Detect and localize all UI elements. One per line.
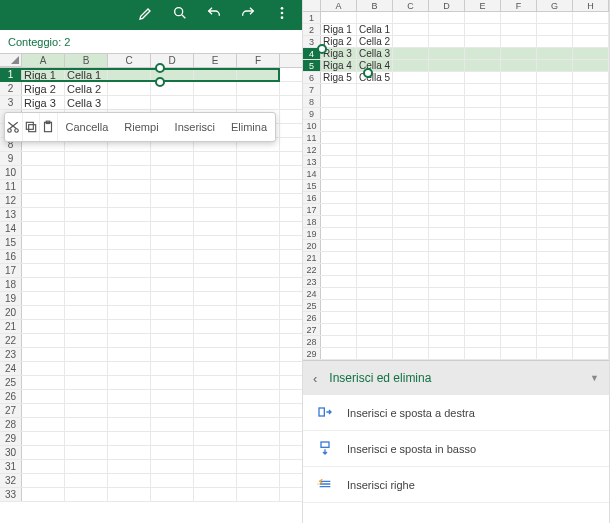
cell[interactable]: Riga 4 xyxy=(321,60,357,71)
row-20[interactable]: 20 xyxy=(303,240,609,252)
row-29[interactable]: 29 xyxy=(0,432,302,446)
cell[interactable] xyxy=(108,222,151,235)
cell[interactable] xyxy=(357,192,393,203)
cell[interactable] xyxy=(194,264,237,277)
cell[interactable] xyxy=(22,264,65,277)
row-header-4[interactable]: 4 xyxy=(303,48,321,59)
cell[interactable] xyxy=(22,362,65,375)
cell[interactable] xyxy=(537,348,573,359)
row-30[interactable]: 30 xyxy=(0,446,302,460)
row-header-28[interactable]: 28 xyxy=(0,418,22,431)
row-11[interactable]: 11 xyxy=(0,180,302,194)
cell[interactable] xyxy=(151,236,194,249)
row-header-26[interactable]: 26 xyxy=(0,390,22,403)
cell[interactable] xyxy=(237,306,280,319)
cell[interactable] xyxy=(537,312,573,323)
row-4[interactable]: 4Riga 3Cella 3 xyxy=(303,48,609,60)
cell[interactable] xyxy=(194,404,237,417)
row-12[interactable]: 12 xyxy=(0,194,302,208)
cell[interactable] xyxy=(237,236,280,249)
cell[interactable] xyxy=(357,132,393,143)
cell[interactable] xyxy=(537,84,573,95)
row-header-5[interactable]: 5 xyxy=(303,60,321,71)
cell[interactable] xyxy=(573,108,609,119)
cell[interactable] xyxy=(429,216,465,227)
cell[interactable] xyxy=(465,108,501,119)
row-14[interactable]: 14 xyxy=(303,168,609,180)
cell[interactable] xyxy=(151,208,194,221)
cell[interactable] xyxy=(429,24,465,35)
cell[interactable] xyxy=(22,488,65,501)
cell[interactable] xyxy=(501,300,537,311)
cell[interactable] xyxy=(22,292,65,305)
cell[interactable] xyxy=(108,404,151,417)
cell[interactable] xyxy=(429,228,465,239)
cell[interactable] xyxy=(237,404,280,417)
cell[interactable] xyxy=(357,108,393,119)
cut-icon[interactable] xyxy=(5,113,23,141)
cell[interactable] xyxy=(65,292,108,305)
row-32[interactable]: 32 xyxy=(0,474,302,488)
cell[interactable] xyxy=(393,60,429,71)
cell[interactable] xyxy=(151,348,194,361)
cell[interactable] xyxy=(357,180,393,191)
cell[interactable] xyxy=(321,132,357,143)
cell[interactable] xyxy=(429,60,465,71)
cell[interactable] xyxy=(237,68,280,81)
col-header-F[interactable]: F xyxy=(501,0,537,11)
cell[interactable] xyxy=(321,228,357,239)
cell[interactable] xyxy=(151,292,194,305)
col-header-B[interactable]: B xyxy=(65,54,108,67)
cell[interactable] xyxy=(194,180,237,193)
row-header-22[interactable]: 22 xyxy=(303,264,321,275)
row-27[interactable]: 27 xyxy=(0,404,302,418)
cell[interactable] xyxy=(501,60,537,71)
cell[interactable] xyxy=(108,488,151,501)
row-header-24[interactable]: 24 xyxy=(303,288,321,299)
col-header-A[interactable]: A xyxy=(321,0,357,11)
row-12[interactable]: 12 xyxy=(303,144,609,156)
cell[interactable] xyxy=(501,144,537,155)
row-22[interactable]: 22 xyxy=(0,334,302,348)
cell[interactable] xyxy=(357,168,393,179)
cell[interactable] xyxy=(573,240,609,251)
cell[interactable] xyxy=(194,432,237,445)
cell[interactable] xyxy=(237,390,280,403)
cell[interactable] xyxy=(393,348,429,359)
cell[interactable] xyxy=(357,156,393,167)
cell[interactable] xyxy=(501,108,537,119)
cell[interactable] xyxy=(429,264,465,275)
cell[interactable] xyxy=(65,152,108,165)
row-7[interactable]: 7 xyxy=(303,84,609,96)
col-header-C[interactable]: C xyxy=(393,0,429,11)
row-header-16[interactable]: 16 xyxy=(0,250,22,263)
cell[interactable] xyxy=(537,228,573,239)
cell[interactable] xyxy=(429,180,465,191)
cell[interactable] xyxy=(194,68,237,81)
cell[interactable] xyxy=(573,228,609,239)
cell[interactable] xyxy=(151,82,194,95)
cell[interactable] xyxy=(357,84,393,95)
cell[interactable] xyxy=(465,312,501,323)
row-header-19[interactable]: 19 xyxy=(303,228,321,239)
cell[interactable] xyxy=(321,288,357,299)
cell[interactable] xyxy=(65,264,108,277)
cell[interactable] xyxy=(573,288,609,299)
cell[interactable] xyxy=(151,362,194,375)
cell[interactable] xyxy=(393,252,429,263)
cell[interactable] xyxy=(393,276,429,287)
row-16[interactable]: 16 xyxy=(0,250,302,264)
row-header-27[interactable]: 27 xyxy=(303,324,321,335)
col-header-F[interactable]: F xyxy=(237,54,280,67)
row-header-31[interactable]: 31 xyxy=(0,460,22,473)
cell[interactable] xyxy=(573,312,609,323)
cell[interactable] xyxy=(108,418,151,431)
cell[interactable] xyxy=(501,324,537,335)
cell[interactable] xyxy=(108,250,151,263)
cell[interactable] xyxy=(537,24,573,35)
cell[interactable] xyxy=(429,156,465,167)
cell[interactable] xyxy=(194,236,237,249)
row-10[interactable]: 10 xyxy=(303,120,609,132)
cell[interactable] xyxy=(108,68,151,81)
cell[interactable] xyxy=(429,276,465,287)
